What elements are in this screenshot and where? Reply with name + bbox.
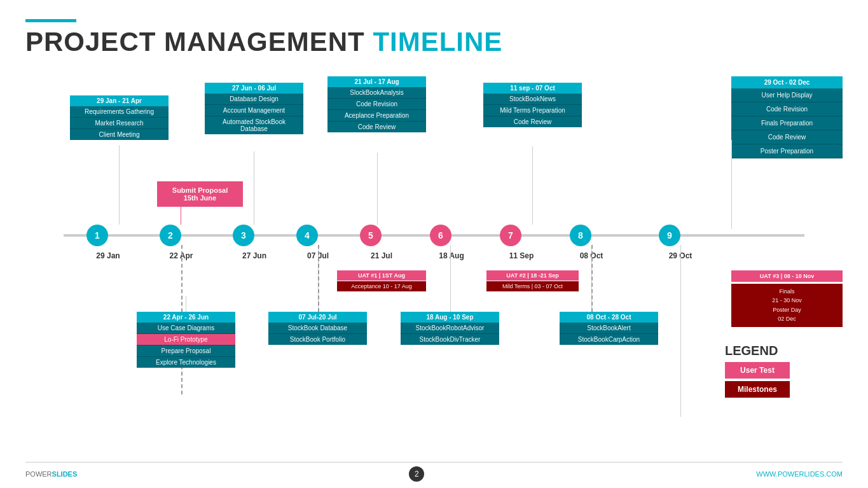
rp-connector [731, 140, 732, 229]
legend-user-test: User Test [725, 362, 790, 379]
rp-item2: Code Revision [731, 102, 843, 116]
milestone-7: 7 [500, 225, 521, 246]
bb2-item2: StockBook Portfolio [268, 334, 367, 345]
milestone-4: 4 [296, 225, 318, 246]
tb1-item3: Client Meeting [70, 129, 169, 140]
footer-left: POWERSLIDES [25, 470, 77, 478]
top-box-3: 21 Jul - 17 Aug SlockBookAnalysis Code R… [327, 76, 426, 132]
tb2-item2: Account Management [205, 105, 303, 116]
uat2-box: UAT #2 | 18 -21 Sep [486, 270, 579, 281]
legend-title: LEGEND [725, 344, 790, 358]
connector-2 [254, 151, 254, 225]
rp-item1: User Help Display [731, 88, 843, 102]
bb4-item1: StockBookAlert [560, 323, 658, 334]
connector-3 [377, 153, 378, 225]
label-1: 29 Jan [96, 251, 120, 260]
top-box-4: 11 sep - 07 Oct StockBookNews Mild Terms… [483, 83, 582, 127]
title-black: PROJECT MANAGEMENT [25, 27, 365, 57]
timeline-area: 29 Jan - 21 Apr Requirements Gathering M… [25, 76, 843, 456]
bb3-item1: StockBookRobotAdvisor [401, 323, 499, 334]
label-5: 21 Jul [371, 251, 392, 260]
tb2-item1: Database Design [205, 94, 303, 105]
tb2-date: 27 Jun - 06 Jul [205, 83, 303, 94]
connector-1 [119, 145, 120, 225]
bb1-item2: Lo-Fi Prototype [137, 334, 235, 345]
milestone-1: 1 [86, 225, 108, 246]
top-box-1: 29 Jan - 21 Apr Requirements Gathering M… [70, 95, 169, 140]
footer-page: 2 [409, 466, 424, 482]
milestone-5: 5 [360, 225, 382, 246]
uat3-box: UAT #3 | 08 - 10 Nov [731, 270, 843, 282]
bottom-box-3: 18 Aug - 10 Sep StockBookRobotAdvisor St… [401, 312, 499, 345]
bb3-date: 18 Aug - 10 Sep [401, 312, 499, 323]
tb4-date: 11 sep - 07 Oct [483, 83, 582, 94]
milestone-6: 6 [430, 225, 451, 246]
tb3-item1: SlockBookAnalysis [327, 87, 426, 99]
tb3-item2: Code Revision [327, 99, 426, 110]
milestone-9: 9 [659, 225, 680, 246]
proposal-line2: 15th June [165, 194, 235, 202]
milestone-2: 2 [160, 225, 181, 246]
label-6: 18 Aug [439, 251, 464, 260]
tb3-item3: Aceplance Preparation [327, 110, 426, 122]
legend-milestones: Milestones [725, 381, 790, 398]
bb1-item3: Prepare Proposal [137, 345, 235, 357]
bb4-item2: StockBookCarpAction [560, 334, 658, 345]
rp-item4: Code Review [731, 130, 843, 144]
legend: LEGEND User Test Milestones [725, 344, 790, 400]
tb4-item2: Mild Terms Preparation [483, 105, 582, 116]
bb1-item4: Explore Technologies [137, 357, 235, 368]
footer-right: WWW.POWERLIDES.COM [756, 470, 843, 478]
main-title: PROJECT MANAGEMENT TIMELINE [25, 27, 843, 57]
bb1-item1: Use Case Diagrams [137, 323, 235, 334]
uat2-sub: Mild Terms | 03 - 07 Oct [486, 281, 579, 291]
tb4-item3: Code Review [483, 116, 582, 127]
bb2-date: 07 Jul-20 Jul [268, 312, 367, 323]
rp-date: 29 Oct - 02 Dec [731, 76, 843, 88]
tb2-item3: Automated StockBook Database [205, 116, 303, 134]
tb3-date: 21 Jul - 17 Aug [327, 76, 426, 87]
top-box-2: 27 Jun - 06 Jul Database Design Account … [205, 83, 303, 134]
bottom-box-4: 08 Oct - 28 Oct StockBookAlert StockBook… [560, 312, 658, 345]
bb1-date: 22 Apr - 26 Jun [137, 312, 235, 323]
tb1-date: 29 Jan - 21 Apr [70, 95, 169, 106]
milestone-8: 8 [570, 225, 591, 246]
title-blue: TIMELINE [373, 27, 502, 57]
tb1-item1: Requirements Gathering [70, 106, 169, 118]
milestone-3: 3 [233, 225, 254, 246]
label-3: 27 Jun [242, 251, 266, 260]
proposal-box: Submit Proposal 15th June [157, 181, 243, 207]
bb2-item1: StockBook Database [268, 323, 367, 334]
slide: PROJECT MANAGEMENT TIMELINE 29 Jan - 21 … [0, 0, 868, 488]
bb-connector-1 [186, 296, 186, 312]
bb4-date: 08 Oct - 28 Oct [560, 312, 658, 323]
tb1-item2: Market Research [70, 118, 169, 129]
footer-bold: SLIDES [52, 470, 78, 478]
rp-item5: Poster Preparation [731, 144, 843, 158]
proposal-connector [181, 205, 181, 225]
uat1-sub: Acceptance 10 - 17 Aug [337, 281, 426, 291]
m9-connector [680, 245, 681, 417]
uat3-sub: Finals21 - 30 NovPoster Day02 Dec [731, 284, 843, 327]
footer: POWERSLIDES 2 WWW.POWERLIDES.COM [25, 462, 843, 482]
tb3-item4: Code Review [327, 122, 426, 132]
bb3-item2: StockBookDivTracker [401, 334, 499, 345]
bottom-box-1: 22 Apr - 26 Jun Use Case Diagrams Lo-Fi … [137, 312, 235, 368]
tb4-item1: StockBookNews [483, 94, 582, 105]
label-7: 11 Sep [509, 251, 534, 260]
header-accent [25, 19, 76, 22]
proposal-line1: Submit Proposal [165, 186, 235, 194]
bb-connector-3 [450, 245, 451, 312]
bottom-box-2: 07 Jul-20 Jul StockBook Database StockBo… [268, 312, 367, 345]
connector-4 [532, 146, 533, 225]
rp-box: 29 Oct - 02 Dec User Help Display Code R… [731, 76, 843, 158]
uat1-box: UAT #1 | 1ST Aug [337, 270, 426, 281]
rp-item3: Finals Preparation [731, 116, 843, 130]
